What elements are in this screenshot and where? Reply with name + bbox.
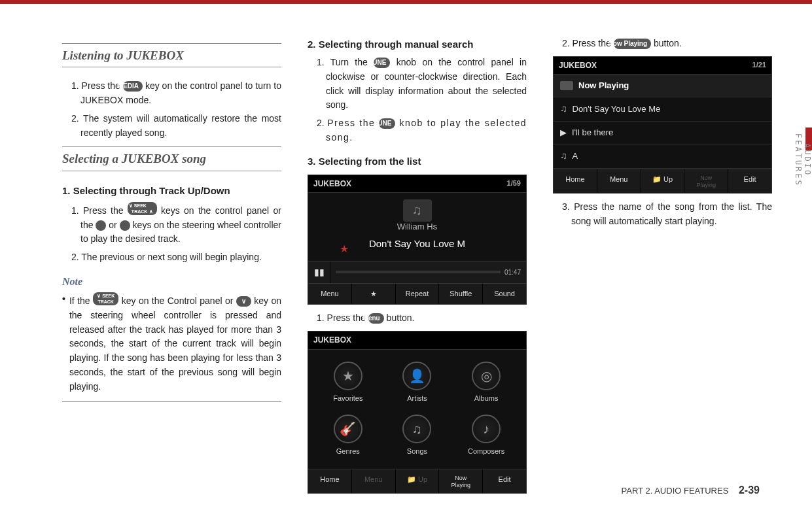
text: JUKEBOX xyxy=(559,61,597,70)
ss-button: NowPlaying xyxy=(684,169,728,193)
music-note-icon: ♫ xyxy=(403,199,432,222)
tune-key-icon: TUNE xyxy=(379,118,395,129)
text: Press the xyxy=(327,313,368,323)
list-item: ♫A xyxy=(554,144,771,169)
note-text: If the ∨ SEEKTRACK key on the Control pa… xyxy=(69,292,281,394)
column-3: 2. Press the Now Playing button. JUKEBOX… xyxy=(553,37,772,500)
text: The system will automatically restore th… xyxy=(80,113,281,138)
text: key on the Control panel or xyxy=(118,296,236,306)
tune-key-icon: TUNE xyxy=(374,58,390,68)
step: 3. Press the name of the song from the l… xyxy=(562,200,772,228)
step: 2. Press the Now Playing button. xyxy=(562,37,772,51)
list-header: Now Playing xyxy=(554,75,771,97)
ss-button: Menu xyxy=(308,284,352,304)
song-name: I'll be there xyxy=(572,126,613,139)
subheading-manual-search: 2. Selecting through manual search xyxy=(308,37,527,52)
ss-button: 📁 Up xyxy=(396,469,440,493)
text: Press the xyxy=(82,80,123,91)
ss-button: Edit xyxy=(483,469,526,493)
ss-title: JUKEBOX xyxy=(308,331,526,350)
icon-label: Genres xyxy=(336,447,360,455)
media-key-icon: MEDIA xyxy=(123,81,143,92)
ss-button: Sound xyxy=(483,284,526,304)
music-note-icon: ♫ xyxy=(560,102,567,116)
list-item: ▶I'll be there xyxy=(554,122,771,144)
ss-button: Menu xyxy=(352,469,396,493)
icon-label: Favorites xyxy=(333,394,362,402)
text: button. xyxy=(651,38,682,48)
text: Up xyxy=(418,475,427,483)
text: key on the steering wheel controller is … xyxy=(69,296,281,391)
jukebox-playback-screenshot: JUKEBOX1/59 ♫ William Hs ★ Don't Say You… xyxy=(308,175,527,305)
ss-button: 📁 Up xyxy=(641,169,685,193)
artist-name: William Hs xyxy=(315,220,520,233)
text: JUKEBOX xyxy=(313,179,351,188)
up-key-icon: ∧ xyxy=(96,220,106,231)
page-content: Listening to JUKEBOX 1. Press the MEDIA … xyxy=(0,4,812,507)
elapsed-time: 01:47 xyxy=(504,267,521,278)
ss-button: Edit xyxy=(728,169,771,193)
menu-key-icon: Menu xyxy=(368,313,384,324)
down-key-icon: ∨ xyxy=(236,296,251,307)
ss-button: Menu xyxy=(597,169,641,193)
pause-icon: ▮▮ xyxy=(308,262,330,284)
folder-icon xyxy=(560,81,573,90)
text: Turn the xyxy=(330,57,374,67)
page-number: 2-39 xyxy=(739,484,760,496)
step: 2. The previous or next song will begin … xyxy=(71,250,281,265)
text: The previous or next song will begin pla… xyxy=(81,252,262,262)
composers-icon: ♪Composers xyxy=(451,411,521,464)
play-icon: ▶ xyxy=(560,126,567,139)
subheading-from-list: 3. Selecting from the list xyxy=(308,154,527,169)
step: 2. Press the TUNE knob to play the selec… xyxy=(317,116,527,144)
icon-label: Artists xyxy=(407,394,427,402)
song-name: A xyxy=(573,150,578,163)
bullet-icon: • xyxy=(62,292,65,394)
ss-button: Shuffle xyxy=(439,284,483,304)
step: 2. The system will automatically restore… xyxy=(71,112,281,140)
list-item: ♫Don't Say You Love Me xyxy=(554,97,771,122)
text: Now Playing xyxy=(578,79,629,92)
note-block: • If the ∨ SEEKTRACK key on the Control … xyxy=(62,292,281,402)
ss-title: JUKEBOX1/21 xyxy=(554,57,771,75)
ss-title: JUKEBOX1/59 xyxy=(308,175,526,194)
seek-track-down-key-icon: ∨ SEEKTRACK xyxy=(93,292,118,305)
text: Press the xyxy=(327,118,379,128)
step: 1. Press the ∨ SEEKTRACK ∧ keys on the c… xyxy=(71,202,281,246)
section-title-selecting: Selecting a JUKEBOX song xyxy=(62,146,281,171)
artists-icon: 👤Artists xyxy=(383,358,452,411)
column-1: Listening to JUKEBOX 1. Press the MEDIA … xyxy=(62,37,281,500)
ss-button: Repeat xyxy=(396,284,440,304)
side-section-label: AUDIO FEATURES xyxy=(796,114,812,206)
genres-icon: 🎸Genres xyxy=(313,411,383,464)
icon-label: Composers xyxy=(468,447,504,455)
text: Press the xyxy=(83,205,128,216)
track-counter: 1/59 xyxy=(507,178,521,189)
text: Press the name of the song from the list… xyxy=(571,201,772,226)
footer-part-label: PART 2. AUDIO FEATURES xyxy=(622,486,729,496)
page-footer: PART 2. AUDIO FEATURES 2-39 xyxy=(622,484,760,496)
step: 1. Press the MEDIA key on the control pa… xyxy=(71,79,281,107)
favorite-star-icon: ★ xyxy=(340,241,349,258)
now-playing-key-icon: Now Playing xyxy=(614,39,651,49)
section-title-listening: Listening to JUKEBOX xyxy=(62,43,281,67)
song-name: Don't Say You Love Me xyxy=(573,103,661,116)
ss-button: Home xyxy=(308,469,352,493)
songs-icon: ♫Songs xyxy=(383,411,452,464)
ss-button: NowPlaying xyxy=(439,469,483,493)
text: Press the xyxy=(573,38,614,48)
text: Up xyxy=(663,175,673,183)
jukebox-menu-screenshot: JUKEBOX ★Favorites 👤Artists ◎Albums 🎸Gen… xyxy=(308,331,527,494)
music-note-icon: ♫ xyxy=(560,149,567,163)
seek-track-key-icon: ∨ SEEKTRACK ∧ xyxy=(128,202,157,215)
progress-bar: 01:47 xyxy=(330,262,526,284)
text: button. xyxy=(384,313,415,323)
step: 1. Turn the TUNE knob on the control pan… xyxy=(317,56,527,112)
albums-icon: ◎Albums xyxy=(451,358,521,411)
favorites-icon: ★Favorites xyxy=(313,358,383,411)
column-2: 2. Selecting through manual search 1. Tu… xyxy=(308,37,527,500)
icon-label: Albums xyxy=(474,394,499,402)
icon-label: Songs xyxy=(407,447,427,455)
subheading-track-updown: 1. Selecting through Track Up/Down xyxy=(62,183,281,198)
ss-button: Home xyxy=(554,169,597,193)
